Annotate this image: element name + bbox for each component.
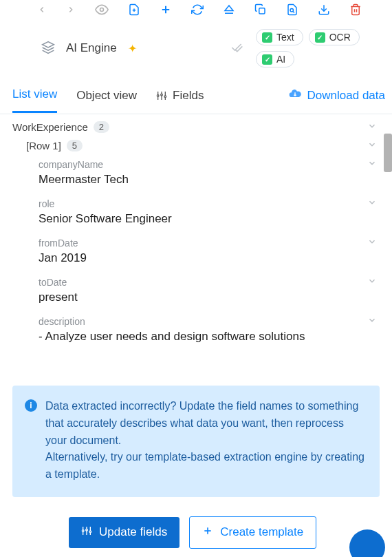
sparkle-icon: ✦ xyxy=(128,42,137,55)
tabs: List view Object view Fields Download da… xyxy=(0,77,392,114)
count-badge: 5 xyxy=(67,140,83,151)
check-icon: ✓ xyxy=(262,32,272,43)
trash-icon[interactable] xyxy=(349,3,362,17)
chevron-down-icon[interactable] xyxy=(367,198,377,209)
svg-marker-5 xyxy=(225,6,233,11)
tip-text: Data extracted incorrectly? Update the f… xyxy=(45,398,366,483)
group-label: WorkExperience xyxy=(12,121,88,133)
pill-ocr[interactable]: ✓OCR xyxy=(309,29,360,45)
back-icon[interactable] xyxy=(37,3,47,17)
eject-icon[interactable] xyxy=(223,3,235,17)
info-tip: i Data extracted incorrectly? Update the… xyxy=(12,386,380,497)
data-tree: WorkExperience 2 [Row 1] 5 companyName M… xyxy=(0,114,392,373)
tab-list-view[interactable]: List view xyxy=(12,87,57,113)
toolbar xyxy=(0,0,392,23)
pill-label: OCR xyxy=(329,32,351,43)
plus-icon[interactable] xyxy=(160,3,172,17)
create-template-button[interactable]: Create template xyxy=(189,516,316,549)
chevron-down-icon[interactable] xyxy=(367,276,377,288)
field-label: fromDate xyxy=(39,238,78,249)
svg-point-8 xyxy=(290,9,294,12)
forward-icon[interactable] xyxy=(66,3,76,17)
check-icon: ✓ xyxy=(315,32,325,43)
check-icon: ✓ xyxy=(262,54,272,65)
chevron-down-icon[interactable] xyxy=(367,121,377,133)
row-1[interactable]: [Row 1] 5 xyxy=(0,136,392,154)
field-role: role Senior Software Engineer xyxy=(0,193,392,233)
svg-point-29 xyxy=(82,530,84,532)
field-label: role xyxy=(39,198,54,209)
tab-object-view[interactable]: Object view xyxy=(76,89,137,112)
svg-point-0 xyxy=(100,8,104,12)
download-label: Download data xyxy=(307,89,385,103)
field-companyName: companyName Meermaster Tech xyxy=(0,154,392,193)
pill-label: AI xyxy=(276,54,285,65)
copy-icon[interactable] xyxy=(254,3,267,17)
svg-marker-13 xyxy=(43,41,54,47)
update-fields-button[interactable]: Update fields xyxy=(69,517,179,548)
svg-point-31 xyxy=(89,531,91,533)
field-value: Senior Software Engineer xyxy=(39,212,377,226)
svg-point-21 xyxy=(161,94,163,96)
cloud-download-icon xyxy=(288,87,302,104)
svg-point-30 xyxy=(86,529,88,531)
field-label: companyName xyxy=(39,159,103,170)
file-search-icon[interactable] xyxy=(286,3,298,17)
field-fromDate: fromDate Jan 2019 xyxy=(0,233,392,272)
tip-line-1: Data extracted incorrectly? Update the f… xyxy=(45,400,358,446)
sliders-icon xyxy=(81,525,92,540)
row-label: [Row 1] xyxy=(26,140,61,151)
svg-point-20 xyxy=(157,94,159,96)
chevron-down-icon[interactable] xyxy=(367,315,377,327)
chevron-down-icon[interactable] xyxy=(367,158,377,170)
sliders-icon xyxy=(156,90,167,101)
group-work-experience[interactable]: WorkExperience 2 xyxy=(0,114,392,136)
button-label: Update fields xyxy=(99,525,167,539)
field-toDate: toDate present xyxy=(0,272,392,311)
field-description: description - Analyze user needs and des… xyxy=(0,311,392,350)
field-label: description xyxy=(39,316,85,327)
action-bar: Update fields Create template xyxy=(0,497,392,549)
tab-fields[interactable]: Fields xyxy=(156,89,204,112)
info-icon: i xyxy=(25,399,37,412)
eye-icon[interactable] xyxy=(95,3,109,17)
download-data-link[interactable]: Download data xyxy=(288,87,385,114)
count-badge: 2 xyxy=(94,121,109,133)
field-value: present xyxy=(39,291,377,304)
file-plus-icon[interactable] xyxy=(128,3,140,17)
pill-ai[interactable]: ✓AI xyxy=(256,51,294,67)
field-value: - Analyze user needs and design software… xyxy=(39,330,377,344)
svg-point-22 xyxy=(164,96,166,98)
engine-label: AI Engine xyxy=(66,41,117,55)
download-icon[interactable] xyxy=(318,3,330,17)
pill-stack: ✓Text ✓OCR ✓AI xyxy=(256,29,380,67)
layers-icon xyxy=(41,41,55,56)
chevron-down-icon[interactable] xyxy=(367,140,377,151)
tip-line-2: Alternatively, try our template-based ex… xyxy=(45,451,364,480)
chevron-down-icon[interactable] xyxy=(367,237,377,249)
tab-label: Object view xyxy=(76,89,137,103)
scrollbar[interactable] xyxy=(384,134,392,172)
svg-rect-7 xyxy=(259,8,265,14)
pill-label: Text xyxy=(276,32,294,43)
double-check-icon[interactable] xyxy=(230,41,243,56)
refresh-icon[interactable] xyxy=(191,3,204,17)
tab-label: Fields xyxy=(173,89,204,103)
button-label: Create template xyxy=(220,525,303,539)
pill-text[interactable]: ✓Text xyxy=(256,29,303,45)
svg-line-9 xyxy=(293,12,294,13)
plus-icon xyxy=(202,525,213,540)
engine-row: AI Engine ✦ ✓Text ✓OCR ✓AI xyxy=(0,23,392,77)
field-value: Meermaster Tech xyxy=(39,173,377,187)
field-value: Jan 2019 xyxy=(39,251,377,265)
tab-label: List view xyxy=(12,87,57,101)
field-label: toDate xyxy=(39,277,67,288)
